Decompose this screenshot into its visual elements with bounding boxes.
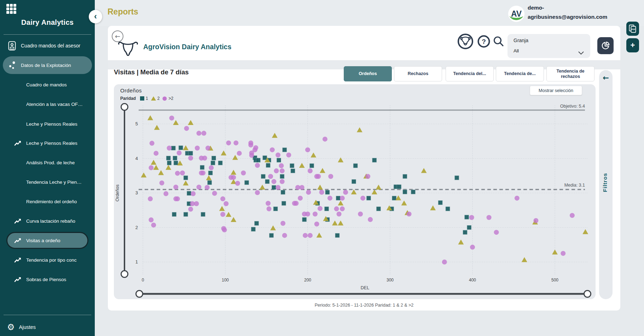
data-point-paridad-2 (337, 211, 342, 216)
data-point-paridad-1 (184, 176, 188, 180)
data-point-paridad-1 (376, 207, 381, 211)
chevron-down-icon (578, 50, 584, 56)
user-email[interactable]: demo- agribusiness@agrovision.com (528, 3, 642, 21)
farm-dropdown-value: All (514, 48, 519, 53)
user-email-line2: agribusiness@agrovision.com (528, 12, 642, 22)
tab-tendencia-de[interactable]: Tendencia de... (496, 66, 544, 81)
data-point-paridad-1 (290, 164, 294, 168)
sidebar-item-datos-de-la-explotacion[interactable]: Datos de la Explotación (3, 56, 92, 74)
filters-panel[interactable]: ← Filtros (599, 70, 613, 299)
sidebar-item-leche-y-piensos-reales[interactable]: Leche y Piensos Reales (0, 136, 95, 150)
data-point-paridad-1 (208, 181, 212, 185)
data-point-paridad-2 (327, 196, 332, 201)
data-point-paridad-1 (403, 174, 407, 178)
svg-text:5: 5 (135, 121, 138, 126)
topbar: Reports AV demo- agribusiness@agrovision… (95, 0, 644, 26)
sidebar-item-label: Cuadro de mandos (26, 82, 67, 87)
cow-icon[interactable] (457, 33, 474, 51)
sidebar-item-atencion-a-las-vacas-of[interactable]: Atención a las vacas OF… (0, 97, 95, 111)
sidebar-item-sobras-de-piensos[interactable]: Sobras de Piensos (0, 272, 95, 286)
data-point-paridad-1 (173, 156, 177, 160)
svg-text:AV: AV (511, 9, 522, 18)
trend-icon (14, 218, 22, 224)
export-pdf-button[interactable]: PDF (626, 22, 639, 36)
data-point-paridad-2 (201, 131, 206, 136)
avatar[interactable]: AV (508, 6, 524, 22)
data-point-paridad-2 (334, 206, 339, 211)
sidebar-item-analisis-prod-de-leche[interactable]: Análisis Prod. de leche (0, 155, 95, 170)
data-point-paridad-2 (151, 160, 156, 165)
sidebar-collapse-button[interactable]: ‹ (89, 10, 102, 23)
data-point-paridad-2 (188, 120, 193, 125)
farm-dropdown[interactable]: Granja All (507, 34, 590, 58)
tab-ordenos[interactable]: Ordeños (344, 66, 392, 81)
data-point-paridad-1 (172, 212, 176, 216)
data-point-paridad-2 (376, 184, 381, 189)
apps-grid-icon[interactable] (6, 4, 16, 14)
sidebar-item-ajustes[interactable]: ⚙ Ajustes (0, 320, 95, 334)
sidebar-item-rendimiento-del-ordeno[interactable]: Rendimiento del ordeño (0, 194, 95, 209)
data-point-paridad-1 (272, 185, 276, 189)
data-point-paridad-2 (282, 233, 287, 238)
data-point-paridad-2 (401, 200, 407, 205)
x-slider-handle-right[interactable] (584, 291, 591, 297)
y-slider-handle-bottom[interactable] (121, 271, 128, 278)
data-point-paridad-2 (173, 184, 178, 189)
tab-rechazos[interactable]: Rechazos (394, 66, 442, 81)
data-point-paridad-2 (305, 211, 310, 216)
data-point-paridad-1 (352, 180, 356, 184)
sidebar-item-tendencia-por-tipo-conc[interactable]: Tendencia por tipo conc (0, 253, 95, 267)
data-point-paridad-1 (463, 230, 467, 234)
svg-text:500: 500 (551, 278, 558, 283)
data-point-paridad-2 (442, 260, 447, 264)
sidebar-item-tendencia-leche-y-pien[interactable]: Tendencia Leche y Pien… (0, 175, 95, 189)
data-point-paridad-2 (319, 190, 324, 195)
y-slider-handle-top[interactable] (121, 104, 128, 110)
sidebar-divider (4, 34, 91, 35)
data-point-paridad-2 (317, 184, 323, 189)
sidebar-item-leche-y-piensos-reales[interactable]: Leche y Piensos Reales (0, 117, 95, 131)
data-point-paridad-2 (286, 153, 291, 158)
data-point-paridad-2 (255, 190, 260, 195)
data-point-paridad-1 (372, 158, 377, 162)
help-icon[interactable]: ? (477, 35, 491, 50)
app-title: AgroVision Dairy Analytics (143, 43, 231, 51)
sidebar-item-label: Rendimiento del ordeño (26, 199, 77, 204)
data-point-paridad-1 (353, 164, 358, 168)
sidebar-item-cuadro-de-mandos[interactable]: Cuadro de mandos (0, 78, 95, 92)
data-point-paridad-2 (149, 217, 153, 222)
data-point-paridad-2 (271, 179, 276, 184)
x-axis-label: DEL (361, 285, 369, 290)
trend-icon (14, 276, 22, 283)
tab-label: Tendencia de... (504, 71, 535, 76)
data-point-paridad-2 (561, 251, 565, 256)
data-point-paridad-2 (338, 221, 343, 226)
data-point-paridad-2 (306, 190, 311, 195)
data-point-paridad-1 (166, 156, 170, 160)
filters-collapse-icon[interactable]: ← (599, 74, 613, 82)
data-point-paridad-2 (221, 150, 226, 155)
data-point-paridad-2 (194, 201, 199, 206)
search-icon[interactable] (493, 36, 504, 49)
data-point-paridad-2 (173, 120, 179, 125)
tab-tendencia-de-rechazos[interactable]: Tendencia de rechazos (546, 66, 594, 81)
data-point-paridad-1 (310, 164, 314, 168)
data-point-paridad-2 (219, 206, 225, 211)
data-point-paridad-2 (177, 150, 182, 155)
data-point-paridad-2 (280, 169, 285, 173)
data-point-paridad-1 (336, 196, 340, 200)
data-point-paridad-2 (522, 257, 527, 262)
data-point-paridad-1 (211, 161, 215, 165)
sidebar-item-curva-lactacion-rebano[interactable]: Curva lactación rebaño (0, 214, 95, 228)
data-point-paridad-2 (175, 171, 180, 176)
data-point-paridad-1 (291, 169, 295, 173)
sidebar-item-cuadro-mandos-del-asesor[interactable]: Cuadro mandos del asesor (0, 39, 95, 53)
add-button[interactable]: + (626, 38, 639, 52)
chart-view-button[interactable] (597, 37, 614, 54)
data-point-paridad-2 (212, 191, 217, 196)
data-point-paridad-1 (174, 161, 178, 165)
x-slider-handle-left[interactable] (136, 291, 143, 297)
data-point-paridad-2 (154, 125, 160, 130)
tab-tendencia-del[interactable]: Tendencia del... (446, 66, 494, 81)
sidebar-item-visitas-a-ordeno[interactable]: Visitas a ordeño (6, 232, 88, 249)
